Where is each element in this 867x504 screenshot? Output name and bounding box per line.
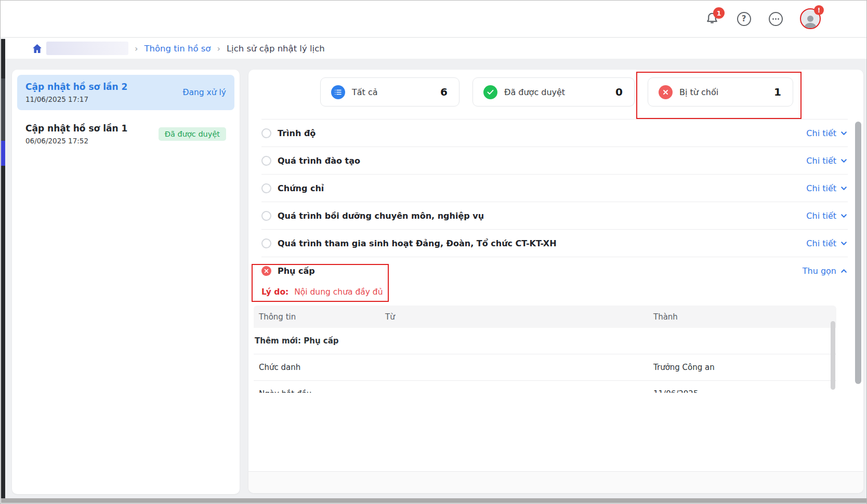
panel-scrollbar[interactable] — [855, 122, 861, 384]
detail-link[interactable]: Chi tiết — [806, 183, 848, 193]
section-title: Phụ cấp — [278, 266, 315, 276]
top-header: 1 ? ! — [1, 1, 866, 37]
rejection-reason: Lý do: Nội dung chưa đầy đủ — [261, 287, 848, 297]
chevron-down-icon — [840, 212, 848, 220]
history-item-title: Cập nhật hồ sơ lần 2 — [25, 82, 127, 92]
section-title: Quá trình đào tạo — [278, 156, 360, 166]
home-button[interactable] — [32, 44, 42, 54]
section-row-boi-duong[interactable]: Quá trình bồi dưỡng chuyên môn, nghiệp v… — [261, 202, 848, 230]
table-scrollbar[interactable] — [831, 321, 835, 390]
section-title: Quá trình bồi dưỡng chuyên môn, nghiệp v… — [278, 211, 484, 221]
tab-all-count: 6 — [440, 86, 448, 98]
user-menu-button[interactable]: ! — [800, 8, 821, 29]
column-header-info: Thông tin — [254, 312, 385, 322]
status-circle-icon — [261, 156, 271, 166]
section-rejected-phu-cap: Phụ cấp Thu gọn Lý do: Nội dung chưa đầy… — [261, 257, 848, 297]
rejected-x-icon — [261, 266, 271, 276]
update-history-list: Cập nhật hồ sơ lần 2 11/06/2025 17:17 Đa… — [12, 70, 240, 494]
table-row-clipped: Ngày bắt đầu 11/06/2025 — [254, 381, 836, 393]
cell-field: Ngày bắt đầu — [254, 389, 385, 393]
section-row-chung-chi[interactable]: Chứng chỉ Chi tiết — [261, 175, 848, 202]
table-header-row: Thông tin Từ Thành — [254, 306, 836, 328]
section-row-phu-cap[interactable]: Phụ cấp Thu gọn — [261, 257, 848, 284]
section-title: Quá trình tham gia sinh hoạt Đảng, Đoàn,… — [278, 238, 557, 248]
detail-link[interactable]: Chi tiết — [806, 211, 848, 221]
question-icon: ? — [737, 12, 751, 26]
nav-strip-active-indicator — [1, 141, 5, 166]
reason-text: Nội dung chưa đầy đủ — [294, 287, 383, 297]
section-row-dao-tao[interactable]: Quá trình đào tạo Chi tiết — [261, 147, 848, 175]
change-table: Thông tin Từ Thành Thêm mới: Phụ cấp Chứ… — [254, 306, 836, 393]
collapsed-nav-strip[interactable] — [1, 39, 5, 499]
chevron-down-icon — [840, 240, 848, 247]
tab-rejected-count: 1 — [774, 86, 781, 98]
filter-tabs: Tất cả 6 Đã được duyệt 0 Bị từ chối 1 — [320, 77, 793, 107]
chevron-up-icon — [840, 267, 848, 275]
chevron-right-icon: › — [135, 44, 138, 54]
table-row: Chức danh Trưởng Công an — [254, 354, 836, 381]
collapse-link[interactable]: Thu gọn — [803, 266, 848, 276]
section-row-trinh-do[interactable]: Trình độ Chi tiết — [261, 120, 848, 147]
tab-rejected[interactable]: Bị từ chối 1 — [648, 77, 793, 107]
list-icon — [331, 85, 345, 99]
chevron-right-icon: › — [217, 44, 220, 54]
status-processing: Đang xử lý — [182, 88, 226, 97]
home-icon — [32, 44, 42, 54]
section-title: Chứng chỉ — [278, 183, 324, 193]
detail-link-label: Chi tiết — [806, 238, 836, 248]
reason-label: Lý do: — [261, 287, 288, 297]
table-group-row: Thêm mới: Phụ cấp — [254, 328, 836, 354]
detail-link[interactable]: Chi tiết — [806, 238, 848, 248]
tab-approved-count: 0 — [615, 86, 623, 98]
status-badge-approved: Đã được duyệt — [159, 127, 226, 141]
more-options-button[interactable] — [768, 11, 783, 26]
person-icon — [803, 14, 818, 28]
cell-to: 11/06/2025 — [653, 389, 836, 393]
detail-link[interactable]: Chi tiết — [806, 156, 848, 166]
help-button[interactable]: ? — [737, 11, 751, 26]
tab-approved-label: Đã được duyệt — [504, 87, 565, 97]
detail-link-label: Chi tiết — [806, 183, 836, 193]
section-list: Trình độ Chi tiết Quá trình đào tạo Chi … — [261, 119, 848, 304]
breadcrumb-link-profile[interactable]: Thông tin hồ sơ — [144, 44, 211, 54]
x-icon — [659, 85, 673, 99]
history-item-title: Cập nhật hồ sơ lần 1 — [25, 123, 127, 134]
status-circle-icon — [261, 238, 271, 248]
nav-strip-segment — [1, 78, 5, 141]
group-row-label: Thêm mới: Phụ cấp — [254, 336, 339, 346]
breadcrumb-redacted-item[interactable] — [46, 42, 128, 55]
cell-field: Chức danh — [254, 363, 385, 372]
status-circle-icon — [261, 183, 271, 193]
detail-link-label: Chi tiết — [806, 128, 836, 138]
history-item-update-1[interactable]: Cập nhật hồ sơ lần 1 06/06/2025 17:52 Đã… — [17, 116, 234, 152]
cell-to: Trưởng Công an — [653, 363, 836, 372]
tab-all[interactable]: Tất cả 6 — [320, 77, 459, 107]
status-circle-icon — [261, 211, 271, 221]
tab-approved[interactable]: Đã được duyệt 0 — [472, 77, 635, 107]
detail-link-label: Chi tiết — [806, 156, 836, 166]
panel-footer — [248, 471, 863, 493]
detail-link[interactable]: Chi tiết — [806, 128, 848, 138]
column-header-from: Từ — [385, 312, 653, 322]
chevron-down-icon — [840, 184, 848, 192]
section-row-sinh-hoat[interactable]: Quá trình tham gia sinh hoạt Đảng, Đoàn,… — [261, 230, 848, 257]
ellipsis-icon — [769, 12, 783, 26]
chevron-down-icon — [840, 157, 848, 165]
breadcrumb-current-page: Lịch sử cập nhật lý lịch — [227, 44, 325, 54]
tab-rejected-label: Bị từ chối — [679, 87, 718, 97]
history-item-update-2[interactable]: Cập nhật hồ sơ lần 2 11/06/2025 17:17 Đa… — [17, 75, 234, 110]
app-window: 1 ? ! — [0, 0, 867, 504]
collapse-link-label: Thu gọn — [803, 266, 836, 276]
section-title: Trình độ — [278, 128, 316, 138]
chevron-down-icon — [840, 129, 848, 137]
main-panel: Tất cả 6 Đã được duyệt 0 Bị từ chối 1 — [248, 70, 863, 493]
detail-link-label: Chi tiết — [806, 211, 836, 221]
column-header-to: Thành — [653, 312, 836, 322]
notifications-button[interactable]: 1 — [705, 11, 719, 26]
notification-badge: 1 — [713, 7, 725, 19]
avatar-alert-badge: ! — [814, 5, 824, 15]
history-item-datetime: 11/06/2025 17:17 — [25, 95, 127, 103]
status-circle-icon — [261, 128, 271, 138]
check-icon — [483, 85, 497, 99]
window-bottom-bar — [1, 498, 867, 503]
